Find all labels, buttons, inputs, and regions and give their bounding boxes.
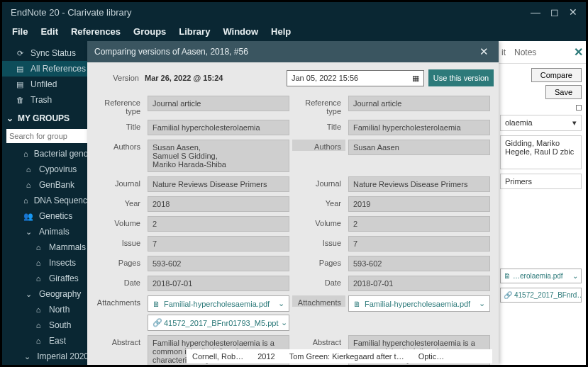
group-giraffes[interactable]: ⌂Giraffes	[2, 271, 93, 286]
version-label: Version	[91, 74, 145, 82]
panel-buttons: Compare Save	[496, 64, 586, 103]
label-journal-l: Journal	[91, 176, 145, 188]
label-title-l: Title	[91, 120, 145, 131]
left-journal: Nature Reviews Disease Primers	[148, 176, 289, 192]
pdf-icon: 🗎	[353, 300, 362, 308]
reference-panel: it Notes ✕ Compare Save olaemia ▾ Giddin…	[495, 41, 586, 365]
group-animals[interactable]: ⌄Animals	[2, 224, 93, 239]
reference-list-row[interactable]: Cornell, Rob… 2012 Tom Green: Kierkegaar…	[187, 349, 492, 363]
panel-header: it Notes ✕	[496, 41, 586, 64]
dropdown-icon: ▾	[572, 118, 577, 128]
panel-title-field[interactable]: olaemia ▾	[500, 115, 582, 131]
chevron-down-icon: ⌄	[23, 227, 33, 237]
left-reftype: Journal article	[148, 96, 289, 111]
right-pages: 593-602	[348, 256, 490, 271]
left-attachment-2[interactable]: 🔗41572_2017_BFnr01793_M5.ppt⌄	[148, 315, 289, 331]
section-my-groups[interactable]: ⌄MY GROUPS	[2, 108, 93, 126]
panel-journal-field[interactable]: Primers	[500, 174, 582, 189]
group-bacterial[interactable]: ⌂Bacterial genome	[2, 146, 93, 162]
menu-window[interactable]: Window	[223, 26, 258, 37]
menu-library[interactable]: Library	[179, 26, 210, 37]
panel-authors-field[interactable]: Gidding, Mariko Hegele, Raul D zbic	[500, 135, 582, 169]
pdf-icon: 🗎	[152, 300, 161, 308]
panel-attachment-2[interactable]: 🔗41572_2017_BFnrd…_MOESM5.ppt⌄	[500, 288, 582, 303]
doc-icon: ▤	[15, 64, 25, 74]
left-attachments: 🗎Familial-hypercholesaemia.pdf⌄ 🔗41572_2…	[148, 295, 289, 331]
left-attachment-1[interactable]: 🗎Familial-hypercholesaemia.pdf⌄	[148, 295, 289, 312]
chevron-down-icon: ⌄	[281, 318, 287, 327]
corner-handle-icon[interactable]	[576, 105, 582, 111]
minimize-button[interactable]: —	[531, 6, 540, 18]
folder-icon: ⌂	[33, 259, 43, 267]
folder-icon: ⌂	[33, 321, 43, 329]
left-issue: 7	[148, 236, 289, 252]
doc-icon: ▤	[15, 80, 25, 89]
group-search-input[interactable]	[6, 129, 89, 143]
version-1-date: Mar 26, 2022 @ 15:24	[145, 74, 287, 82]
label-authors-r: Authors	[292, 140, 345, 151]
group-mammals[interactable]: ⌂Mammals	[2, 239, 93, 255]
label-volume-r: Volume	[292, 216, 345, 227]
menu-help[interactable]: Help	[271, 26, 291, 37]
label-authors-l: Authors	[91, 140, 145, 151]
chevron-down-icon: ⌄	[23, 290, 33, 299]
nav-unfiled[interactable]: ▤Unfiled	[2, 77, 93, 92]
group-north[interactable]: ⌂North	[2, 302, 93, 317]
fields-area: Reference type Journal article Reference…	[87, 94, 499, 365]
panel-close-button[interactable]: ✕	[574, 45, 583, 59]
label-attach-l: Attachments	[91, 295, 145, 307]
sync-icon: ⟳	[15, 49, 25, 58]
dialog-close-button[interactable]: ✕	[477, 45, 492, 58]
label-date-r: Date	[292, 276, 345, 287]
folder-icon: ⌂	[23, 181, 33, 189]
save-button[interactable]: Save	[545, 85, 582, 99]
right-issue: 7	[348, 236, 490, 252]
group-geography[interactable]: ⌄Geography	[2, 286, 93, 302]
menu-edit[interactable]: Edit	[40, 26, 58, 37]
left-volume: 2	[148, 216, 289, 232]
right-attachments: 🗎Familial-hypercholesaemia.pdf⌄	[348, 295, 490, 312]
maximize-button[interactable]: ◻	[550, 6, 559, 18]
tab-it[interactable]: it	[499, 46, 509, 59]
group-east[interactable]: ⌂East	[2, 333, 93, 349]
right-attachment-1[interactable]: 🗎Familial-hypercholesaemia.pdf⌄	[348, 295, 490, 312]
group-imperial[interactable]: ⌄Imperial 2020	[2, 349, 93, 364]
clip-icon: 🔗	[152, 318, 161, 327]
row-journal: Optic…	[418, 352, 445, 361]
sync-status[interactable]: ⟳Sync Status	[2, 45, 93, 61]
menu-references[interactable]: References	[71, 26, 121, 37]
compare-button[interactable]: Compare	[531, 68, 582, 82]
group-genbank[interactable]: ⌂GenBank	[2, 177, 93, 193]
group-insects[interactable]: ⌂Insects	[2, 255, 93, 271]
label-abstract-r: Abstract	[292, 335, 345, 346]
close-window-button[interactable]: ✕	[569, 6, 577, 18]
label-issue-r: Issue	[292, 236, 345, 247]
group-genetics[interactable]: 👥Genetics	[2, 208, 93, 224]
clip-icon: 🔗	[504, 291, 512, 299]
folder-icon: ⌂	[33, 305, 43, 314]
panel-attachment-1[interactable]: 🗎…erolaemia.pdf⌄	[500, 269, 582, 283]
nav-trash[interactable]: 🗑Trash	[2, 92, 93, 108]
row-title: Tom Green: Kierkegaard after t…	[289, 352, 404, 361]
nav-all-references[interactable]: ▤All References	[2, 61, 93, 77]
app-title: EndNote 20 - Clarivate library	[11, 7, 531, 18]
chevron-down-icon: ⌄	[6, 113, 13, 123]
group-dnaseq[interactable]: ⌂DNA Sequencing	[2, 193, 93, 208]
menu-file[interactable]: File	[12, 26, 28, 37]
version-2-date-picker[interactable]: Jan 05, 2022 15:56 ▦	[287, 70, 424, 86]
right-title: Familial hypercholesterolaemia	[348, 120, 490, 135]
label-date-l: Date	[91, 276, 145, 287]
tab-notes[interactable]: Notes	[511, 46, 539, 59]
menu-groups[interactable]: Groups	[133, 26, 166, 37]
group-cypovirus[interactable]: ⌂Cypovirus	[2, 162, 93, 177]
use-version-button[interactable]: Use this version	[428, 69, 494, 86]
right-authors: Susan Aasen	[348, 140, 490, 155]
menubar: File Edit References Groups Library Wind…	[2, 22, 586, 41]
window-controls: — ◻ ✕	[531, 6, 577, 18]
label-attach-r: Attachments	[292, 295, 345, 307]
panel-fields: olaemia ▾ Gidding, Mariko Hegele, Raul D…	[496, 112, 586, 305]
section-online-search[interactable]: ›ONLINE SEARCH	[2, 364, 93, 365]
group-south[interactable]: ⌂South	[2, 317, 93, 333]
left-pages: 593-602	[148, 256, 289, 271]
chevron-down-icon: ⌄	[572, 272, 578, 280]
